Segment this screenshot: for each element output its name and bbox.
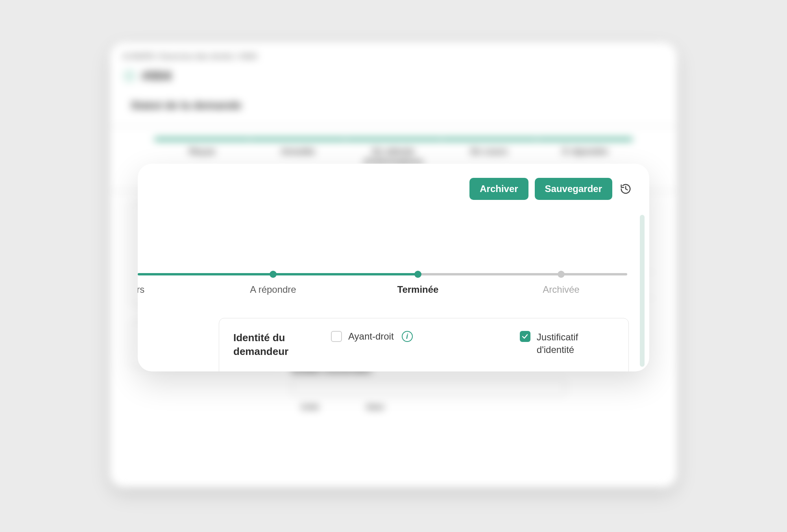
status-stepper: A répondre Terminée Archivée <box>138 266 627 309</box>
step-label-a-repondre: A répondre <box>250 284 296 295</box>
justificatif-field: Justificatif d'identité <box>520 331 614 357</box>
ayant-droit-label: Ayant-droit <box>348 331 394 342</box>
scrollbar-gutter <box>640 215 645 367</box>
bg-stepper: Reçue Annulée En attente d'informations … <box>123 138 664 167</box>
panel-action-bar: Archiver Sauvegarder <box>469 178 633 200</box>
step-node-terminee[interactable] <box>414 271 421 278</box>
request-type-icon <box>123 69 136 83</box>
step-node-a-repondre[interactable] <box>270 271 277 278</box>
request-detail-panel: Archiver Sauvegarder urs A répondre Term… <box>138 164 649 371</box>
identity-card: Identité du demandeur Ayant-droit i Just… <box>219 318 629 371</box>
svg-line-1 <box>626 189 627 190</box>
justificatif-checkbox[interactable] <box>520 331 530 342</box>
archive-button[interactable]: Archiver <box>469 178 528 200</box>
step-label-terminee: Terminée <box>397 284 439 295</box>
info-icon[interactable]: i <box>402 331 413 342</box>
identity-title: Identité du demandeur <box>233 331 308 358</box>
step-node-archivee[interactable] <box>558 271 565 278</box>
ayant-droit-field: Ayant-droit i <box>331 331 413 342</box>
page-title: #004 <box>142 68 172 83</box>
step-label-archivee: Archivée <box>543 284 579 295</box>
breadcrumb: G-RGPD / Exercice des droits / #004 <box>123 52 664 61</box>
section-title: Statut de la demande <box>131 99 664 112</box>
history-icon[interactable] <box>619 182 633 196</box>
save-button[interactable]: Sauvegarder <box>535 178 612 200</box>
ayant-droit-checkbox[interactable] <box>331 331 342 342</box>
justificatif-label: Justificatif d'identité <box>537 331 614 357</box>
